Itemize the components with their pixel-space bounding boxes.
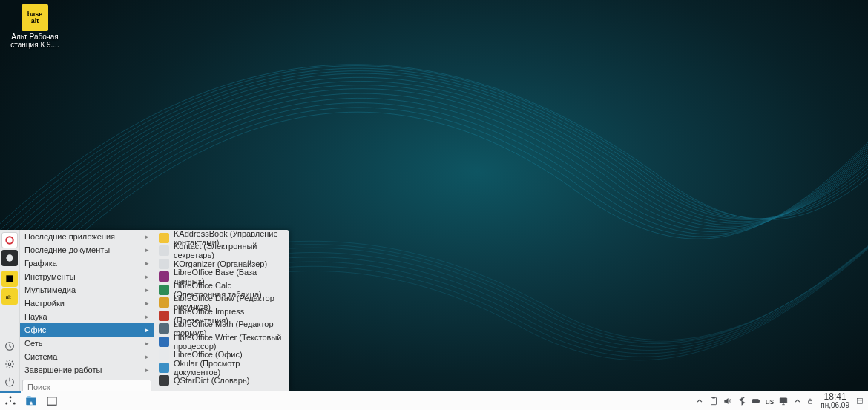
svg-text:alt: alt — [6, 294, 11, 300]
menu-category-label: Система — [24, 352, 57, 361]
menu-category-item[interactable]: Последние приложения▸ — [20, 230, 154, 243]
chevron-right-icon: ▸ — [145, 300, 149, 307]
settings-icon[interactable] — [1, 356, 18, 372]
fav-app-3[interactable] — [1, 271, 18, 287]
menu-category-label: Наука — [24, 312, 47, 321]
fav-app-1[interactable] — [1, 232, 18, 248]
menu-app-item[interactable]: Okular (Просмотр документов) — [154, 361, 289, 374]
menu-category-label: Последние документы — [24, 245, 110, 254]
chevron-right-icon: ▸ — [145, 273, 149, 280]
menu-category-label: Инструменты — [24, 272, 76, 281]
svg-point-1 — [6, 254, 13, 261]
clock-date: пн,06.09 — [821, 401, 849, 409]
launcher-button[interactable] — [0, 391, 21, 410]
svg-rect-19 — [858, 398, 863, 403]
menu-category-label: Настройки — [24, 299, 65, 308]
svg-point-6 — [10, 396, 12, 398]
application-menu: alt Последние приложения▸Последние докум… — [0, 230, 289, 391]
clock[interactable]: 18:41 пн,06.09 — [816, 393, 854, 409]
svg-rect-15 — [758, 400, 759, 401]
svg-point-8 — [13, 403, 16, 405]
menu-categories: Последние приложения▸Последние документы… — [20, 230, 154, 391]
desktop-icon-label: Альт Рабочая станция К 9.... — [9, 33, 61, 49]
clock-time: 18:41 — [824, 393, 846, 401]
menu-category-label: Графика — [24, 259, 57, 268]
svg-point-5 — [8, 363, 10, 365]
chevron-right-icon: ▸ — [145, 366, 149, 374]
chevron-right-icon: ▸ — [145, 313, 149, 320]
chevron-right-icon: ▸ — [145, 326, 149, 334]
menu-app-item[interactable]: Kontact (Электронный секретарь) — [154, 245, 289, 258]
svg-rect-13 — [712, 397, 715, 398]
clipboard-icon[interactable] — [707, 391, 720, 411]
menu-category-item[interactable]: Инструменты▸ — [20, 270, 154, 283]
power-icon[interactable] — [1, 374, 18, 390]
menu-category-item[interactable]: Сеть▸ — [20, 337, 154, 350]
app-icon — [159, 259, 169, 269]
menu-category-item[interactable]: Наука▸ — [20, 310, 154, 323]
menu-apps: KAddressBook (Управление контактами)Kont… — [154, 230, 289, 391]
menu-app-label: LibreOffice (Офис) — [174, 350, 243, 359]
desktop-wallpaper[interactable]: base alt Альт Рабочая станция К 9.... al… — [0, 0, 868, 410]
lock-icon — [805, 397, 815, 406]
menu-category-label: Сеть — [24, 339, 42, 348]
app-icon — [159, 375, 169, 386]
svg-rect-12 — [711, 397, 716, 404]
menu-app-item[interactable]: LibreOffice Writer (Текстовый процессор) — [154, 335, 289, 348]
menu-category-label: Мультимедиа — [24, 285, 76, 294]
history-icon[interactable] — [1, 338, 18, 354]
app-icon — [159, 363, 169, 373]
menu-category-item[interactable]: Мультимедиа▸ — [20, 283, 154, 297]
app-icon — [159, 297, 169, 308]
show-desktop-button[interactable] — [855, 394, 865, 409]
keyboard-layout-indicator[interactable]: us — [763, 397, 777, 406]
menu-category-item[interactable]: Завершение работы▸ — [20, 363, 154, 377]
menu-category-item[interactable]: Графика▸ — [20, 257, 154, 270]
menu-app-label: QStarDict (Словарь) — [174, 376, 249, 385]
svg-rect-16 — [753, 400, 758, 403]
chevron-right-icon: ▸ — [145, 259, 149, 267]
chevron-right-icon: ▸ — [145, 353, 149, 360]
menu-category-label: Завершение работы — [24, 366, 102, 374]
fav-app-2[interactable] — [1, 250, 18, 266]
chevron-right-icon: ▸ — [145, 286, 149, 294]
volume-icon[interactable] — [721, 391, 734, 411]
desktop-pager[interactable] — [42, 391, 62, 410]
menu-app-label: KOrganizer (Органайзер) — [174, 259, 267, 268]
app-icon — [159, 349, 169, 360]
menu-app-label: Okular (Просмотр документов) — [174, 359, 284, 377]
chevron-right-icon: ▸ — [145, 340, 149, 347]
taskbar: us 18:41 пн,06.09 — [0, 391, 868, 410]
menu-category-label: Офис — [24, 325, 46, 334]
menu-app-label: Kontact (Электронный секретарь) — [174, 242, 284, 259]
svg-point-9 — [10, 400, 11, 402]
tray-expand-icon-2[interactable] — [791, 391, 804, 411]
menu-category-item[interactable]: Офис▸ — [20, 323, 154, 337]
svg-rect-2 — [6, 275, 13, 282]
menu-app-label: LibreOffice Writer (Текстовый процессор) — [174, 333, 284, 351]
svg-rect-17 — [780, 397, 787, 402]
chevron-right-icon: ▸ — [145, 246, 149, 254]
bluetooth-icon[interactable] — [735, 391, 749, 411]
file-manager-button[interactable] — [21, 391, 42, 410]
app-icon — [159, 323, 169, 334]
battery-icon[interactable] — [749, 391, 763, 411]
app-icon — [159, 233, 169, 243]
app-icon — [159, 337, 169, 347]
network-icon[interactable] — [777, 391, 790, 411]
tray-expand-icon[interactable] — [693, 391, 706, 411]
app-icon — [159, 271, 169, 282]
menu-category-item[interactable]: Последние документы▸ — [20, 243, 154, 257]
menu-category-label: Последние приложения — [24, 232, 115, 241]
app-icon — [159, 311, 169, 321]
menu-favorites-strip: alt — [0, 230, 20, 391]
chevron-right-icon: ▸ — [145, 233, 149, 240]
desktop-icon-basealt[interactable]: base alt Альт Рабочая станция К 9.... — [9, 4, 61, 49]
menu-category-item[interactable]: Система▸ — [20, 350, 154, 363]
menu-category-item[interactable]: Настройки▸ — [20, 297, 154, 310]
fav-app-4[interactable]: alt — [1, 288, 18, 305]
app-icon — [159, 285, 169, 295]
app-icon — [159, 245, 169, 256]
svg-rect-18 — [809, 400, 812, 403]
svg-point-7 — [5, 403, 7, 405]
